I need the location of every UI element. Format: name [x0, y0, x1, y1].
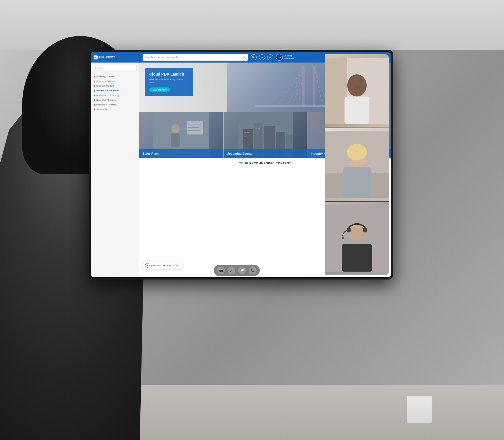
coffee-mug [407, 396, 432, 423]
recommended-text: YOUR RECOMMENDED CONTENT [239, 162, 291, 165]
sidebar-dot-industries [94, 90, 95, 92]
participant-2-illustration [325, 128, 389, 201]
camera-button[interactable]: 📷 [217, 266, 225, 274]
highspot-logo: H HIGHSPOT [94, 55, 115, 59]
sidebar-item-training[interactable]: NexusPath Training [91, 98, 139, 102]
add-icon[interactable]: + [267, 54, 273, 60]
sidebar-header: H HIGHSPOT [91, 52, 139, 63]
video-participant-1 [325, 54, 389, 128]
sidebar-item-industries[interactable]: NexusPath Industries [91, 88, 139, 93]
monitor-bezel: H HIGHSPOT Search... Marketing Materials… [89, 50, 393, 279]
svg-line-5 [315, 68, 323, 107]
svg-point-59 [342, 236, 344, 239]
search-bar[interactable]: Search for content and people 🔍 [143, 54, 248, 61]
sidebar-items-list: Marketing Materials Customer Evidence En… [91, 73, 139, 277]
sidebar-dot-enabler [94, 85, 95, 87]
sales-plays-label: Sales Plays [143, 152, 160, 155]
svg-rect-55 [342, 244, 372, 271]
sidebar-dot-onboarding [94, 95, 95, 96]
video-participant-2 [325, 128, 389, 201]
sidebar-item-onboarding[interactable]: NexusPath Onboarding [91, 93, 139, 98]
tooltip-text: Products & Services [151, 264, 171, 267]
participant-3-video [325, 202, 389, 275]
svg-point-51 [347, 144, 367, 161]
favorites-icon[interactable]: ☆ [259, 54, 265, 60]
participant-2-video [325, 128, 389, 201]
sidebar-search-box[interactable]: Search... [93, 65, 137, 71]
sidebar-item-salesplays[interactable]: Sales Plays [91, 107, 139, 112]
user-name: Jennifer NexusPath [284, 55, 295, 60]
sidebar-item-enabler[interactable]: Enabler's Content [91, 84, 139, 88]
upcoming-events-overlay: Upcoming Events [223, 149, 307, 158]
svg-rect-31 [247, 132, 249, 133]
logo-icon: H [94, 55, 98, 59]
svg-rect-46 [344, 97, 369, 124]
video-controls-bar: 📷 🎤 💬 📞 [214, 265, 260, 276]
left-sidebar: H HIGHSPOT Search... Marketing Materials… [91, 52, 139, 277]
video-call-panel [325, 54, 389, 275]
svg-line-2 [287, 68, 304, 107]
get-ready-button[interactable]: GET READY [149, 87, 170, 92]
monitor: H HIGHSPOT Search... Marketing Materials… [89, 50, 393, 279]
search-nav-icon[interactable]: 🔍 [251, 54, 257, 60]
hero-card: Cloud PBX Launch What to know. What to s… [145, 68, 193, 96]
user-avatar: JS [276, 54, 283, 61]
svg-rect-53 [343, 167, 371, 198]
sidebar-item-marketing[interactable]: Marketing Materials [91, 74, 139, 79]
svg-rect-57 [347, 227, 351, 232]
participant-1-illustration [325, 54, 389, 128]
svg-point-47 [354, 86, 360, 90]
sidebar-search-placeholder: Search... [95, 67, 104, 69]
tooltip-icon: ⊕ [145, 263, 150, 268]
sidebar-item-evidence[interactable]: Customer Evidence [91, 79, 139, 84]
video-participant-3 [325, 202, 389, 275]
monitor-screen: H HIGHSPOT Search... Marketing Materials… [91, 52, 391, 277]
svg-line-1 [276, 68, 304, 107]
search-icon[interactable]: 🔍 [242, 56, 246, 59]
svg-rect-58 [363, 227, 367, 232]
svg-rect-8 [302, 66, 305, 107]
svg-point-18 [171, 124, 180, 134]
app-name: HIGHSPOT [99, 56, 115, 59]
svg-rect-30 [245, 132, 246, 133]
participant-1-video [325, 54, 389, 128]
microphone-button[interactable]: 🎤 [228, 266, 235, 274]
sidebar-dot-evidence [94, 81, 95, 82]
hero-subtitle: What to know. What to say. What to show. [149, 78, 189, 84]
upcoming-events-label: Upcoming Events [227, 152, 253, 155]
sidebar-dot-products [94, 104, 95, 106]
hero-title: Cloud PBX Launch [149, 72, 189, 77]
floating-tooltip[interactable]: ⊕ Products & Services ✕ Close [142, 262, 183, 269]
sales-plays-overlay: Sales Plays [139, 149, 223, 158]
sales-plays-card[interactable]: Sales Plays [139, 112, 223, 158]
upcoming-events-card[interactable]: Upcoming Events [223, 112, 308, 158]
tooltip-close-button[interactable]: ✕ Close [173, 264, 180, 266]
participant-3-illustration [325, 202, 389, 275]
user-badge[interactable]: JS Jennifer NexusPath [276, 54, 295, 61]
svg-rect-9 [313, 66, 315, 107]
sidebar-dot-marketing [94, 76, 95, 77]
nav-icons: 🔍 ☆ + [251, 54, 273, 60]
sidebar-dot-salesplays [94, 109, 95, 110]
sidebar-item-products[interactable]: Products & Services [91, 102, 139, 107]
sidebar-dot-training [94, 99, 95, 101]
svg-line-3 [293, 68, 304, 107]
chat-button[interactable]: 💬 [238, 266, 246, 274]
svg-rect-32 [245, 136, 246, 137]
svg-rect-19 [171, 133, 180, 147]
svg-rect-34 [258, 128, 260, 129]
svg-rect-33 [256, 128, 257, 129]
end-call-button[interactable]: 📞 [249, 266, 256, 274]
search-input-text: Search for content and people [145, 56, 241, 59]
